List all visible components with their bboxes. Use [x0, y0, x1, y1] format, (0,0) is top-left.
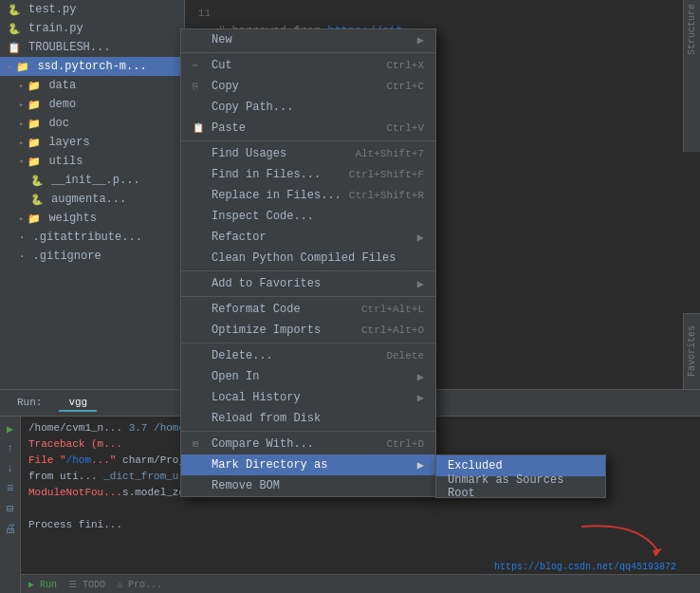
paste-icon: 📋	[193, 122, 208, 134]
menu-find-usages[interactable]: Find Usages Alt+Shift+7	[181, 143, 435, 164]
mark-dir-submenu: Excluded Unmark as Sources Root	[435, 454, 606, 498]
menu-copy-path[interactable]: Copy Path...	[181, 97, 435, 118]
menu-separator	[181, 343, 435, 343]
menu-delete[interactable]: Delete... Delete	[181, 345, 435, 366]
cut-icon: ✂	[193, 60, 208, 71]
menu-separator	[181, 296, 435, 297]
menu-inspect-code[interactable]: Inspect Code...	[181, 206, 435, 227]
menu-paste[interactable]: 📋 Paste Ctrl+V	[181, 118, 435, 139]
menu-compare[interactable]: ⊞ Compare With... Ctrl+D	[181, 434, 435, 454]
menu-cut[interactable]: ✂ Cut Ctrl+X	[181, 55, 435, 76]
copy-icon: ⎘	[193, 82, 208, 92]
menu-separator	[181, 52, 435, 53]
menu-new[interactable]: New ▶	[181, 29, 435, 50]
menu-local-history[interactable]: Local History ▶	[181, 387, 435, 408]
menu-open-in[interactable]: Open In ▶	[181, 366, 435, 387]
context-menu-overlay: New ▶ ✂ Cut Ctrl+X ⎘ Copy Ctrl+C Copy Pa…	[0, 0, 700, 593]
menu-reformat[interactable]: Reformat Code Ctrl+Alt+L	[181, 299, 435, 320]
submenu-sources-root[interactable]: Unmark as Sources Root	[436, 476, 605, 497]
menu-mark-dir[interactable]: Mark Directory as ▶ Excluded Unmark as S…	[181, 454, 435, 475]
menu-separator	[181, 140, 435, 141]
menu-replace-files[interactable]: Replace in Files... Ctrl+Shift+R	[181, 185, 435, 206]
menu-find-in-files[interactable]: Find in Files... Ctrl+Shift+F	[181, 164, 435, 185]
menu-optimize[interactable]: Optimize Imports Ctrl+Alt+O	[181, 320, 435, 341]
context-menu: New ▶ ✂ Cut Ctrl+X ⎘ Copy Ctrl+C Copy Pa…	[180, 28, 436, 497]
menu-separator	[181, 431, 435, 432]
menu-reload[interactable]: Reload from Disk	[181, 408, 435, 429]
ide-container: 🐍test.py🐍train.py📋TROUBLESH...▸📁ssd.pyto…	[0, 0, 700, 593]
compare-icon: ⊞	[193, 438, 208, 450]
menu-add-favorites[interactable]: Add to Favorites ▶	[181, 273, 435, 294]
menu-remove-bom[interactable]: Remove BOM	[181, 475, 435, 496]
menu-separator	[181, 270, 435, 271]
menu-copy[interactable]: ⎘ Copy Ctrl+C	[181, 76, 435, 97]
menu-refactor[interactable]: Refactor ▶	[181, 227, 435, 248]
menu-clean-python[interactable]: Clean Python Compiled Files	[181, 248, 435, 269]
